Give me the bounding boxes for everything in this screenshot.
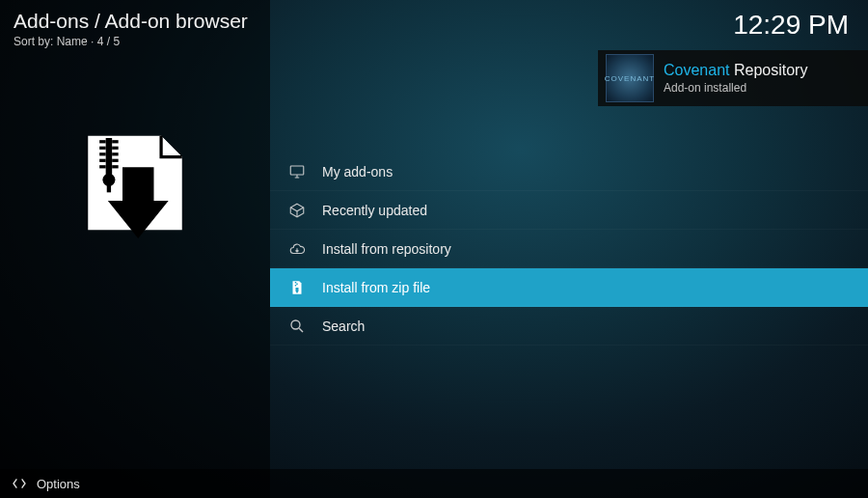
svg-rect-10 xyxy=(112,165,119,168)
list-item-install-from-repository[interactable]: Install from repository xyxy=(270,230,868,268)
svg-point-17 xyxy=(291,320,300,329)
install-zip-big-icon xyxy=(72,125,198,251)
list-item-search[interactable]: Search xyxy=(270,307,868,346)
svg-rect-7 xyxy=(99,159,106,162)
svg-rect-0 xyxy=(106,138,113,180)
svg-rect-16 xyxy=(295,285,297,287)
notification-title: Covenant Repository xyxy=(664,62,860,79)
svg-rect-8 xyxy=(112,159,119,162)
footer-bar: Options xyxy=(0,469,868,498)
sort-label: Sort by: xyxy=(14,35,53,48)
list-item-label: Install from zip file xyxy=(322,280,430,295)
zip-icon xyxy=(287,278,307,297)
notification-subtitle: Add-on installed xyxy=(664,81,860,95)
svg-rect-13 xyxy=(290,166,304,175)
clock: 12:29 PM xyxy=(733,10,849,41)
list-item-label: Recently updated xyxy=(322,203,427,218)
options-label[interactable]: Options xyxy=(37,477,80,491)
addon-browser-list: My add-ons Recently updated Install from… xyxy=(270,152,868,346)
svg-rect-12 xyxy=(107,184,111,193)
notification-addon-icon: COVENANT xyxy=(606,54,654,102)
svg-rect-3 xyxy=(99,147,106,150)
list-item-install-from-zip[interactable]: Install from zip file xyxy=(270,268,868,307)
sort-sep: · xyxy=(91,35,97,48)
sort-line: Sort by: Name · 4 / 5 xyxy=(14,35,120,48)
svg-rect-1 xyxy=(99,140,106,143)
notification-toast: COVENANT Covenant Repository Add-on inst… xyxy=(598,50,868,106)
svg-rect-2 xyxy=(112,140,119,143)
left-panel: Add-ons / Add-on browser Sort by: Name ·… xyxy=(0,0,270,498)
notification-title-accent: Covenant xyxy=(664,62,730,78)
svg-rect-15 xyxy=(296,283,298,285)
list-item-my-addons[interactable]: My add-ons xyxy=(270,152,868,191)
list-item-label: Install from repository xyxy=(322,241,451,257)
list-item-label: Search xyxy=(322,318,365,334)
svg-rect-14 xyxy=(295,282,297,284)
svg-rect-4 xyxy=(112,147,119,150)
list-item-recently-updated[interactable]: Recently updated xyxy=(270,191,868,230)
list-position: 4 / 5 xyxy=(97,35,120,48)
sort-value: Name xyxy=(57,35,88,48)
monitor-icon xyxy=(287,162,307,181)
svg-rect-9 xyxy=(99,165,106,168)
svg-rect-5 xyxy=(99,152,106,155)
breadcrumb: Add-ons / Add-on browser xyxy=(14,10,248,33)
notification-title-rest: Repository xyxy=(730,62,808,78)
search-icon xyxy=(287,317,307,336)
cloud-down-icon xyxy=(287,239,307,259)
options-icon[interactable] xyxy=(12,476,27,491)
list-item-label: My add-ons xyxy=(322,164,393,180)
box-icon xyxy=(287,201,307,220)
svg-rect-6 xyxy=(112,152,119,155)
notification-body: Covenant Repository Add-on installed xyxy=(664,62,860,95)
